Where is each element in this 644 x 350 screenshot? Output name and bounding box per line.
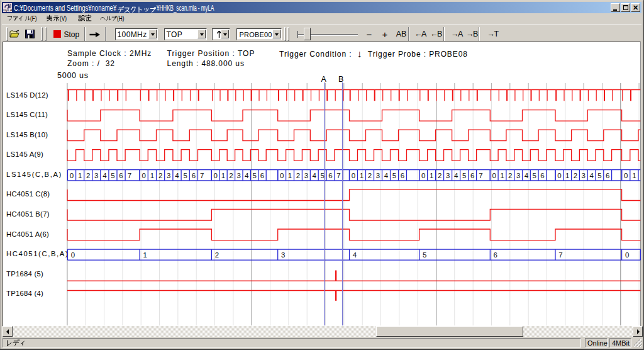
svg-text:7: 7 xyxy=(336,172,340,179)
svg-text:2: 2 xyxy=(215,251,219,259)
svg-text:1: 1 xyxy=(360,172,364,179)
svg-text:5: 5 xyxy=(252,172,256,179)
svg-text:3: 3 xyxy=(376,172,380,179)
svg-text:4: 4 xyxy=(103,172,107,179)
svg-text:6: 6 xyxy=(470,172,474,179)
svg-text:2: 2 xyxy=(229,172,233,179)
svg-text:4: 4 xyxy=(525,172,529,179)
svg-text:5: 5 xyxy=(597,172,601,179)
svg-text:6: 6 xyxy=(606,172,609,179)
svg-text:2: 2 xyxy=(158,172,162,179)
svg-text:1: 1 xyxy=(78,172,82,179)
svg-text:0: 0 xyxy=(421,172,425,179)
svg-text:0: 0 xyxy=(557,172,561,179)
svg-text:7: 7 xyxy=(479,172,482,179)
svg-text:1: 1 xyxy=(565,172,569,179)
svg-text:5: 5 xyxy=(320,172,324,179)
svg-text:2: 2 xyxy=(438,172,441,179)
svg-text:2: 2 xyxy=(296,172,300,179)
svg-text:2: 2 xyxy=(508,172,512,179)
svg-text:3: 3 xyxy=(281,251,285,259)
svg-text:5: 5 xyxy=(423,251,426,259)
svg-text:3: 3 xyxy=(304,172,308,179)
svg-text:2: 2 xyxy=(574,172,577,179)
svg-text:0: 0 xyxy=(280,172,284,179)
svg-text:4: 4 xyxy=(313,172,317,179)
svg-text:5: 5 xyxy=(532,172,536,179)
svg-text:0: 0 xyxy=(352,172,355,179)
svg-text:1: 1 xyxy=(150,172,154,179)
svg-text:0: 0 xyxy=(213,172,217,179)
svg-text:6: 6 xyxy=(494,251,497,259)
svg-text:2: 2 xyxy=(86,172,90,179)
svg-text:1: 1 xyxy=(632,172,636,179)
svg-text:5: 5 xyxy=(183,172,187,179)
svg-text:1: 1 xyxy=(500,172,504,179)
svg-text:4: 4 xyxy=(175,172,179,179)
svg-text:6: 6 xyxy=(260,172,264,179)
svg-text:7: 7 xyxy=(128,172,131,179)
svg-text:3: 3 xyxy=(446,172,450,179)
svg-text:6: 6 xyxy=(540,172,544,179)
svg-text:5: 5 xyxy=(462,172,466,179)
svg-text:0: 0 xyxy=(625,251,629,259)
svg-text:3: 3 xyxy=(237,172,241,179)
svg-text:0: 0 xyxy=(142,172,145,179)
svg-text:0: 0 xyxy=(71,251,75,259)
svg-text:4: 4 xyxy=(589,172,594,179)
svg-text:3: 3 xyxy=(94,172,98,179)
svg-text:5: 5 xyxy=(111,172,114,179)
svg-text:6: 6 xyxy=(192,172,196,179)
svg-text:5: 5 xyxy=(392,172,396,179)
svg-text:2: 2 xyxy=(368,172,372,179)
svg-text:0: 0 xyxy=(70,172,74,179)
svg-text:7: 7 xyxy=(558,251,562,259)
svg-text:1: 1 xyxy=(288,172,292,179)
svg-text:6: 6 xyxy=(119,172,123,179)
svg-text:4: 4 xyxy=(454,172,458,179)
svg-text:3: 3 xyxy=(582,172,586,179)
svg-text:1: 1 xyxy=(221,172,225,179)
svg-text:1: 1 xyxy=(143,251,147,259)
svg-text:7: 7 xyxy=(200,172,204,179)
svg-text:3: 3 xyxy=(516,172,520,179)
svg-text:4: 4 xyxy=(384,172,389,179)
svg-text:6: 6 xyxy=(328,172,332,179)
svg-text:4: 4 xyxy=(353,251,357,259)
svg-text:1: 1 xyxy=(430,172,433,179)
svg-text:0: 0 xyxy=(492,172,496,179)
svg-text:4: 4 xyxy=(245,172,249,179)
svg-text:0: 0 xyxy=(624,172,628,179)
svg-text:6: 6 xyxy=(401,172,404,179)
svg-text:3: 3 xyxy=(167,172,170,179)
